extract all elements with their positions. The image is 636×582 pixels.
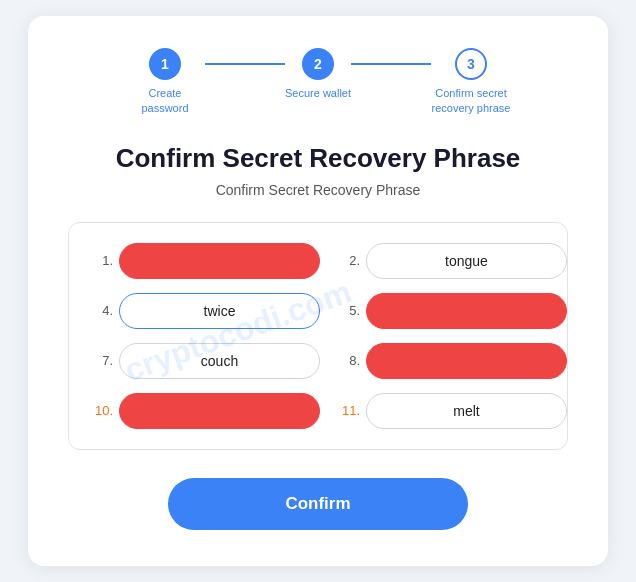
phrase-input-2[interactable] bbox=[366, 243, 567, 279]
phrase-input-1[interactable] bbox=[119, 243, 320, 279]
main-card: 1 Create password 2 Secure wallet 3 Conf… bbox=[28, 16, 608, 566]
phrase-item-10: 10. bbox=[93, 393, 320, 429]
phrase-item-7: 7. bbox=[93, 343, 320, 379]
phrase-num-10: 10. bbox=[93, 403, 113, 418]
phrase-item-2: 2. bbox=[340, 243, 567, 279]
page-title: Confirm Secret Recovery Phrase bbox=[68, 143, 568, 174]
connector-1 bbox=[205, 63, 285, 65]
phrase-item-5: 5. bbox=[340, 293, 567, 329]
step-2: 2 Secure wallet bbox=[285, 48, 351, 100]
phrase-input-5[interactable] bbox=[366, 293, 567, 329]
stepper: 1 Create password 2 Secure wallet 3 Conf… bbox=[68, 48, 568, 115]
phrase-num-7: 7. bbox=[93, 353, 113, 368]
phrase-num-1: 1. bbox=[93, 253, 113, 268]
step-1-label: Create password bbox=[125, 86, 205, 115]
step-2-label: Secure wallet bbox=[285, 86, 351, 100]
step-1: 1 Create password bbox=[125, 48, 205, 115]
phrase-num-8: 8. bbox=[340, 353, 360, 368]
phrase-item-8: 8. bbox=[340, 343, 567, 379]
phrase-input-10[interactable] bbox=[119, 393, 320, 429]
phrase-box: cryptocodi.com 1. 2. 3. 4. 5. bbox=[68, 222, 568, 450]
phrase-item-11: 11. bbox=[340, 393, 567, 429]
phrase-input-11[interactable] bbox=[366, 393, 567, 429]
phrase-grid: 1. 2. 3. 4. 5. 6. bbox=[93, 243, 543, 429]
phrase-num-2: 2. bbox=[340, 253, 360, 268]
phrase-item-4: 4. bbox=[93, 293, 320, 329]
phrase-input-7[interactable] bbox=[119, 343, 320, 379]
confirm-button[interactable]: Confirm bbox=[168, 478, 468, 530]
phrase-num-11: 11. bbox=[340, 403, 360, 418]
phrase-input-4[interactable] bbox=[119, 293, 320, 329]
phrase-item-1: 1. bbox=[93, 243, 320, 279]
phrase-num-5: 5. bbox=[340, 303, 360, 318]
page-subtitle: Confirm Secret Recovery Phrase bbox=[68, 182, 568, 198]
step-3-label: Confirm secret recovery phrase bbox=[431, 86, 511, 115]
step-3-circle: 3 bbox=[455, 48, 487, 80]
step-2-circle: 2 bbox=[302, 48, 334, 80]
step-3: 3 Confirm secret recovery phrase bbox=[431, 48, 511, 115]
step-1-circle: 1 bbox=[149, 48, 181, 80]
connector-2 bbox=[351, 63, 431, 65]
phrase-num-4: 4. bbox=[93, 303, 113, 318]
phrase-input-8[interactable] bbox=[366, 343, 567, 379]
